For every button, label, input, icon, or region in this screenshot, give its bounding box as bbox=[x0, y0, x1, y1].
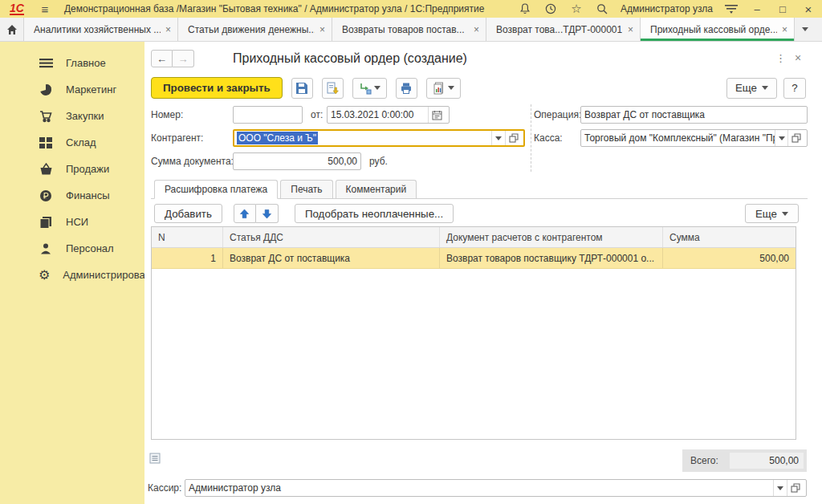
window-close-button[interactable]: × bbox=[801, 2, 816, 16]
favorites-star-icon[interactable]: ☆ bbox=[569, 2, 584, 16]
home-tab[interactable] bbox=[0, 18, 24, 41]
1c-logo: 1С bbox=[10, 3, 24, 15]
printer-icon bbox=[400, 82, 413, 95]
move-row-up-button[interactable] bbox=[234, 204, 256, 223]
total-label: Всего: bbox=[690, 455, 718, 466]
tab-close-icon[interactable]: × bbox=[469, 24, 479, 35]
tab-returns-list[interactable]: Возвраты товаров постав... × bbox=[332, 18, 486, 41]
nav-forward-button[interactable]: → bbox=[173, 50, 194, 67]
cashier-input[interactable]: Администратор узла bbox=[185, 479, 807, 497]
amount-input[interactable]: 500,00 bbox=[233, 152, 361, 170]
tab-list-dropdown[interactable] bbox=[795, 18, 816, 41]
related-documents-button[interactable] bbox=[352, 78, 387, 99]
col-header-n[interactable]: N bbox=[152, 227, 223, 247]
window-title: Демонстрационная база /Магазин "Бытовая … bbox=[64, 3, 485, 14]
form-more-dots-icon[interactable]: ⋮ bbox=[775, 52, 786, 64]
tab-cash-receipt-order[interactable]: Приходный кассовый орде... × bbox=[641, 18, 795, 41]
tab-payment-details[interactable]: Расшифровка платежа bbox=[154, 180, 278, 199]
tab-return-document[interactable]: Возврат това...ТДРТ-000001 × bbox=[486, 18, 641, 41]
window-minimize-button[interactable]: – bbox=[750, 3, 764, 15]
sidebar-item-finance[interactable]: Финансы bbox=[0, 182, 144, 209]
cashier-open-icon[interactable] bbox=[787, 480, 803, 496]
sidebar-item-purchases[interactable]: Закупки bbox=[0, 103, 144, 129]
save-button[interactable] bbox=[291, 78, 313, 99]
post-document-icon bbox=[326, 82, 339, 95]
post-document-button[interactable] bbox=[322, 78, 344, 99]
pick-unpaid-button[interactable]: Подобрать неоплаченные... bbox=[295, 204, 454, 223]
home-icon bbox=[6, 23, 18, 36]
gear-icon: ⚙ bbox=[39, 268, 50, 282]
tab-close-icon[interactable]: × bbox=[315, 24, 325, 35]
boxes-grid-icon bbox=[39, 136, 53, 150]
date-input[interactable]: 15.03.2021 0:00:00 bbox=[327, 106, 450, 124]
move-row-down-button[interactable] bbox=[256, 204, 279, 223]
form-close-icon[interactable]: × bbox=[795, 51, 801, 64]
col-header-settlement-doc[interactable]: Документ расчетов с контрагентом bbox=[440, 227, 663, 247]
sidebar-item-nsi[interactable]: НСИ bbox=[0, 209, 144, 235]
arrow-up-icon bbox=[239, 209, 250, 219]
window-maximize-button[interactable]: □ bbox=[775, 3, 790, 15]
floppy-icon bbox=[295, 82, 308, 95]
cashier-label: Кассир: bbox=[148, 479, 181, 497]
sidebar-item-sales[interactable]: Продажи bbox=[0, 156, 144, 182]
counterparty-input[interactable]: ООО "Слеза и Ъ" bbox=[233, 129, 525, 147]
tab-close-icon[interactable]: × bbox=[161, 24, 171, 35]
number-label: Номер: bbox=[151, 106, 183, 124]
counterparty-label: Контрагент: bbox=[151, 129, 203, 147]
currency-label: руб. bbox=[369, 152, 388, 170]
main-menu-icon[interactable]: ≡ bbox=[37, 2, 53, 16]
related-documents-icon bbox=[359, 82, 372, 95]
help-button[interactable]: ? bbox=[783, 78, 806, 99]
number-input[interactable] bbox=[233, 106, 303, 124]
search-icon[interactable] bbox=[595, 2, 609, 16]
col-header-cashflow-item[interactable]: Статья ДДС bbox=[223, 227, 440, 247]
cashbox-open-icon[interactable] bbox=[787, 130, 804, 146]
sections-sidebar: Главное Маркетинг Закупки Склад Продажи … bbox=[0, 42, 144, 504]
pie-chart-icon bbox=[39, 83, 53, 97]
calendar-icon[interactable] bbox=[428, 107, 446, 123]
history-icon[interactable] bbox=[543, 2, 558, 16]
tab-close-icon[interactable]: × bbox=[623, 24, 633, 35]
sidebar-item-personnel[interactable]: Персонал bbox=[0, 235, 144, 262]
current-user-label[interactable]: Администратор узла bbox=[621, 3, 713, 14]
selected-text: ООО "Слеза и Ъ" bbox=[237, 132, 318, 144]
sidebar-item-main[interactable]: Главное bbox=[0, 50, 144, 76]
cashbox-label: Касса: bbox=[534, 129, 563, 147]
service-menu-icon[interactable] bbox=[724, 2, 739, 16]
table-row[interactable]: 1 Возврат ДС от поставщика Возврат товар… bbox=[152, 248, 796, 269]
form-command-bar: Провести и закрыть bbox=[151, 77, 806, 99]
form-splitter[interactable] bbox=[531, 104, 531, 172]
tab-print[interactable]: Печать bbox=[280, 180, 332, 198]
tab-cashflow-items[interactable]: Статьи движения денежны... × bbox=[178, 18, 332, 41]
print-button[interactable] bbox=[396, 78, 417, 99]
nav-back-button[interactable]: ← bbox=[151, 50, 173, 67]
counterparty-open-icon[interactable] bbox=[505, 131, 521, 145]
sidebar-item-administration[interactable]: ⚙ Администрирование bbox=[0, 262, 144, 288]
cashbox-input[interactable]: Торговый дом "Комплексный" (Магазин "Пр bbox=[580, 129, 808, 147]
tab-close-icon[interactable]: × bbox=[777, 24, 787, 35]
notifications-bell-icon[interactable] bbox=[518, 2, 532, 16]
create-based-on-button[interactable] bbox=[426, 78, 461, 99]
person-icon bbox=[39, 242, 53, 256]
menu-lines-icon bbox=[39, 56, 53, 71]
counterparty-dropdown-icon[interactable] bbox=[491, 131, 505, 145]
operation-input[interactable]: Возврат ДС от поставщика bbox=[580, 106, 808, 124]
list-summary-icon[interactable] bbox=[149, 453, 161, 464]
add-row-button[interactable]: Добавить bbox=[154, 204, 222, 223]
sidebar-item-marketing[interactable]: Маркетинг bbox=[0, 76, 144, 103]
sidebar-item-warehouse[interactable]: Склад bbox=[0, 129, 144, 156]
col-header-amount[interactable]: Сумма bbox=[663, 227, 796, 247]
total-value: 500,00 bbox=[730, 453, 804, 469]
post-and-close-button[interactable]: Провести и закрыть bbox=[151, 77, 283, 99]
total-block: Всего: 500,00 bbox=[682, 449, 807, 472]
amount-label: Сумма документа: bbox=[151, 152, 234, 170]
table-more-button[interactable]: Еще bbox=[745, 204, 799, 223]
cashbox-dropdown-icon[interactable] bbox=[775, 130, 788, 146]
arrow-down-icon bbox=[262, 209, 272, 219]
cashier-dropdown-icon[interactable] bbox=[773, 480, 787, 496]
cash-receipt-order-form: ← → Приходный кассовый ордер (создание) … bbox=[144, 42, 822, 504]
tab-analytics[interactable]: Аналитики хозяйственных ... × bbox=[24, 18, 178, 41]
form-more-button[interactable]: Еще bbox=[726, 78, 777, 99]
open-windows-tabbar: Аналитики хозяйственных ... × Статьи дви… bbox=[0, 18, 822, 42]
tab-comment[interactable]: Комментарий bbox=[336, 180, 417, 198]
